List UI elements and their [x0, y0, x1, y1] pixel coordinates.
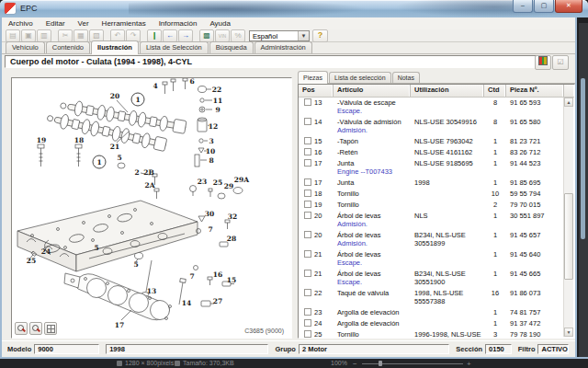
- table-row[interactable]: 15-TapónNLS-USE 7963042181 23 721: [299, 135, 564, 146]
- row-checkbox[interactable]: [304, 330, 311, 338]
- row-checkbox[interactable]: [304, 212, 311, 219]
- back-icon[interactable]: ←: [163, 29, 177, 42]
- column-header-pos[interactable]: Pos: [299, 85, 334, 97]
- drawing-number: C3685 (9000): [244, 328, 284, 334]
- copy-icon[interactable]: ▦: [74, 29, 88, 42]
- scroll-up-icon[interactable]: ▲: [564, 98, 573, 107]
- table-scrollbar[interactable]: ▲ ▼: [563, 98, 573, 337]
- table-row[interactable]: 21Árbol de levasEscape.191 45 640: [299, 248, 564, 268]
- menu-item-archivo[interactable]: Archivo: [2, 19, 40, 28]
- tab-b-squeda[interactable]: Búsqueda: [209, 41, 254, 53]
- tab-veh-culo[interactable]: Vehículo: [6, 41, 45, 53]
- parts-tab-lista-de-selecci-n[interactable]: Lista de selección: [329, 72, 391, 83]
- viewer-zoom-slider[interactable]: [362, 363, 463, 364]
- callout-8: 8: [209, 156, 213, 165]
- row-checkbox[interactable]: [304, 250, 311, 258]
- row-checkbox[interactable]: [304, 308, 311, 316]
- help-button[interactable]: ?: [312, 29, 328, 42]
- table-row[interactable]: 19Tornillo279 70 015: [299, 199, 564, 210]
- select-view-button[interactable]: ☑: [552, 55, 569, 70]
- column-header-article[interactable]: Artículo: [334, 85, 411, 97]
- parts-tab-piezas[interactable]: Piezas: [298, 71, 328, 84]
- table-row[interactable]: 17Junta1998191 85 695: [299, 177, 564, 188]
- table-row[interactable]: 14-Válvula de admisiónAdmisión.NLS-USE 3…: [299, 116, 564, 135]
- table-row[interactable]: 16-ReténNLS-USE 4161162183 26 712: [299, 146, 564, 157]
- row-checkbox[interactable]: [304, 98, 311, 106]
- row-pos-cell: 25: [299, 330, 334, 338]
- row-checkbox[interactable]: [304, 148, 311, 155]
- zoom-out-viewer-icon[interactable]: −: [353, 360, 357, 368]
- table-row[interactable]: 18Tornillo1059 55 794: [299, 188, 564, 199]
- table-row[interactable]: 20Árbol de levasAdmisión.B234i, NLS-USE …: [299, 229, 564, 248]
- row-usage-cell: NLS: [411, 212, 484, 228]
- filter-state-icon[interactable]: ❙: [147, 29, 162, 42]
- language-select[interactable]: Español ▼: [249, 30, 310, 41]
- column-header-usage[interactable]: Utilización: [411, 85, 484, 97]
- table-row[interactable]: 21Árbol de levasEscape.B234i, NLS-USE 30…: [299, 268, 564, 287]
- row-checkbox[interactable]: [304, 201, 311, 208]
- scroll-down-icon[interactable]: ▼: [564, 328, 573, 337]
- zoom-in-button[interactable]: [15, 322, 28, 335]
- cut-icon[interactable]: ✂: [58, 29, 73, 42]
- fit-view-button[interactable]: [44, 322, 57, 335]
- callout-17: 17: [115, 321, 124, 329]
- table-row[interactable]: 24Argolla de elevación191 37 472: [299, 317, 564, 328]
- tab-administraci-n[interactable]: Administración: [254, 41, 312, 53]
- row-usage-cell: [411, 190, 484, 198]
- row-partno-cell: 91 45 640: [506, 250, 564, 267]
- forward-icon[interactable]: →: [178, 29, 193, 42]
- title-bar[interactable]: EPC – ▢ ✕: [0, 0, 588, 17]
- legend-button[interactable]: [535, 55, 551, 70]
- row-checkbox[interactable]: [304, 118, 311, 125]
- row-article-cell: -Válvula de escapeEscape.: [334, 98, 411, 115]
- scrollbar-thumb[interactable]: [564, 193, 573, 280]
- illustration-panel[interactable]: 462211912310820211918522B2A23252929A3032…: [11, 77, 292, 339]
- table-row[interactable]: 17JuntaEngine --T007433NLS-USE 918569519…: [299, 157, 564, 177]
- background-scrollbar[interactable]: [581, 78, 585, 239]
- maximize-button[interactable]: ▢: [534, 0, 554, 13]
- zoom-in-viewer-icon[interactable]: +: [467, 360, 471, 368]
- row-checkbox[interactable]: [304, 231, 311, 238]
- percent-icon[interactable]: %: [231, 29, 245, 42]
- menu-item-editar[interactable]: Editar: [40, 19, 72, 28]
- close-button[interactable]: ✕: [555, 0, 582, 13]
- callout-15: 15: [227, 276, 236, 284]
- row-partno-cell: 91 45 665: [506, 270, 564, 286]
- callout-23: 23: [198, 178, 207, 186]
- table-row[interactable]: 13-Válvula de escapeEscape.891 65 593: [299, 97, 564, 116]
- row-checkbox[interactable]: [304, 289, 311, 296]
- zoom-out-button[interactable]: [29, 322, 42, 335]
- menu-item-informacin[interactable]: Información: [153, 19, 204, 28]
- row-checkbox[interactable]: [304, 319, 311, 327]
- print-icon[interactable]: ▥: [37, 29, 51, 42]
- column-header-qty[interactable]: Ctd: [484, 85, 506, 97]
- tab-ilustraci-n[interactable]: Ilustración: [91, 40, 139, 54]
- menu-item-ayuda[interactable]: Ayuda: [203, 19, 237, 28]
- row-article-cell: -Retén: [334, 148, 411, 156]
- save-icon[interactable]: ▣: [21, 29, 36, 42]
- open-icon[interactable]: ▤: [6, 29, 20, 42]
- row-checkbox[interactable]: [304, 178, 311, 186]
- vin-icon[interactable]: VIN: [215, 29, 230, 42]
- table-row[interactable]: 25Tornillo1996-1998, NLS-USE 55566034379…: [299, 328, 564, 338]
- table-row[interactable]: 20Árbol de levasAdmisión.NLS130 551 897: [299, 210, 564, 229]
- viewer-zoom-knob[interactable]: [379, 361, 382, 366]
- menu-item-herramientas[interactable]: Herramientas: [96, 19, 153, 28]
- catalog-icon[interactable]: ▩: [199, 29, 214, 42]
- column-header-partno[interactable]: Pieza Nº.: [506, 85, 564, 97]
- row-checkbox[interactable]: [304, 190, 311, 197]
- row-article-cell: Tornillo: [334, 201, 411, 209]
- table-row[interactable]: 23Argolla de elevación174 81 757: [299, 306, 564, 317]
- tab-lista-de-selecci-n[interactable]: Lista de Selección: [140, 41, 209, 53]
- callout-29: 29: [224, 182, 233, 190]
- table-row[interactable]: 22Taqué de válvula1998, NLS-USE 55557388…: [299, 287, 564, 306]
- tab-contenido[interactable]: Contenido: [46, 41, 90, 53]
- row-checkbox[interactable]: [304, 159, 311, 167]
- row-checkbox[interactable]: [304, 270, 311, 277]
- minimize-button[interactable]: –: [513, 0, 533, 13]
- row-checkbox[interactable]: [304, 137, 311, 144]
- chevron-down-icon[interactable]: ▼: [298, 31, 309, 40]
- menu-item-ver[interactable]: Ver: [72, 19, 96, 28]
- row-usage-cell: B234i, NLS-USE 30551900: [411, 270, 484, 286]
- parts-tab-notas[interactable]: Notas: [392, 72, 420, 83]
